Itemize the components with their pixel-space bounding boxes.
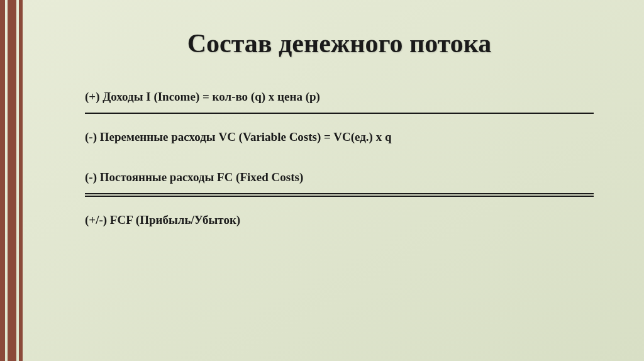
- slide-content: Состав денежного потока (+) Доходы I (In…: [0, 0, 644, 261]
- variable-costs-line: (-) Переменные расходы VC (Variable Cost…: [85, 130, 594, 144]
- fcf-line: (+/-) FCF (Прибыль/Убыток): [85, 213, 594, 227]
- left-decorative-border: [0, 0, 25, 361]
- spacer: [85, 153, 594, 170]
- fixed-costs-line: (-) Постоянные расходы FC (Fixed Costs): [85, 170, 594, 184]
- divider-single: [85, 113, 594, 114]
- border-stripe: [8, 0, 16, 361]
- slide-title: Состав денежного потока: [85, 28, 594, 58]
- divider-double: [85, 193, 594, 197]
- income-line: (+) Доходы I (Income) = кол-во (q) x цен…: [85, 90, 594, 104]
- border-stripe: [0, 0, 5, 361]
- border-stripe: [19, 0, 23, 361]
